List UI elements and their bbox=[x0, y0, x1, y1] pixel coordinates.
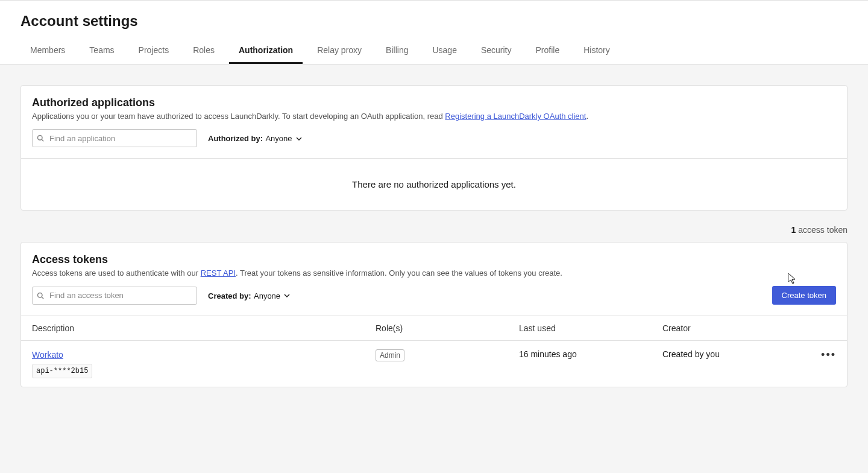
column-creator: Creator bbox=[662, 323, 812, 333]
tab-profile[interactable]: Profile bbox=[526, 38, 570, 64]
tokens-table-head: Description Role(s) Last used Creator bbox=[21, 316, 847, 341]
token-name-link[interactable]: Workato bbox=[32, 350, 63, 360]
table-row: Workato api-****2b15 Admin 16 minutes ag… bbox=[21, 341, 847, 387]
svg-line-1 bbox=[42, 139, 43, 141]
tab-security[interactable]: Security bbox=[471, 38, 521, 64]
svg-point-0 bbox=[38, 136, 43, 141]
column-description: Description bbox=[32, 323, 376, 333]
page-title: Account settings bbox=[0, 1, 868, 38]
authorized-apps-empty: There are no authorized applications yet… bbox=[21, 158, 847, 210]
access-tokens-desc: Access tokens are used to authenticate w… bbox=[32, 268, 836, 278]
tokens-desc-suffix: . Treat your tokens as sensitive informa… bbox=[236, 268, 562, 278]
page-header: Account settings Members Teams Projects … bbox=[0, 0, 868, 65]
authorized-apps-desc-prefix: Applications you or your team have autho… bbox=[32, 112, 445, 121]
cell-description: Workato api-****2b15 bbox=[32, 349, 376, 378]
cell-creator: Created by you bbox=[662, 349, 812, 359]
cell-roles: Admin bbox=[376, 349, 519, 361]
tokens-table: Description Role(s) Last used Creator Wo… bbox=[21, 316, 847, 387]
created-by-value: Anyone bbox=[254, 291, 290, 300]
authorized-apps-desc: Applications you or your team have autho… bbox=[32, 112, 836, 121]
authorized-by-filter[interactable]: Authorized by: Anyone bbox=[208, 133, 302, 144]
tab-relay-proxy[interactable]: Relay proxy bbox=[307, 38, 371, 64]
oauth-client-link[interactable]: Registering a LaunchDarkly OAuth client bbox=[445, 112, 586, 121]
token-count-line: 1 access token bbox=[20, 225, 848, 235]
cell-last-used: 16 minutes ago bbox=[519, 349, 662, 359]
tab-billing[interactable]: Billing bbox=[376, 38, 418, 64]
token-count-label: access token bbox=[796, 225, 848, 235]
cell-actions: ••• bbox=[812, 349, 836, 361]
create-token-button[interactable]: Create token bbox=[772, 286, 836, 305]
tab-history[interactable]: History bbox=[574, 38, 620, 64]
svg-line-3 bbox=[42, 297, 43, 299]
created-by-value-text: Anyone bbox=[254, 291, 280, 300]
column-actions bbox=[812, 323, 836, 333]
column-last-used: Last used bbox=[519, 323, 662, 333]
tab-members[interactable]: Members bbox=[20, 38, 75, 64]
tab-teams[interactable]: Teams bbox=[80, 38, 124, 64]
more-actions-icon[interactable]: ••• bbox=[821, 349, 836, 361]
created-by-label: Created by: bbox=[208, 291, 251, 300]
token-id-badge: api-****2b15 bbox=[32, 364, 92, 378]
tab-projects[interactable]: Projects bbox=[129, 38, 179, 64]
token-search-input[interactable] bbox=[32, 287, 197, 305]
authorized-apps-card: Authorized applications Applications you… bbox=[20, 85, 848, 211]
rest-api-link[interactable]: REST API bbox=[201, 268, 236, 278]
app-search-wrap bbox=[32, 129, 197, 147]
tokens-desc-prefix: Access tokens are used to authenticate w… bbox=[32, 268, 201, 278]
token-search-wrap bbox=[32, 287, 197, 305]
authorized-apps-controls: Authorized by: Anyone bbox=[32, 129, 836, 147]
created-by-filter[interactable]: Created by: Anyone bbox=[208, 290, 290, 301]
search-icon bbox=[37, 135, 44, 142]
svg-point-2 bbox=[38, 293, 43, 297]
chevron-down-icon bbox=[296, 136, 302, 142]
access-tokens-title: Access tokens bbox=[32, 253, 836, 266]
authorized-by-value: Anyone bbox=[265, 134, 301, 143]
access-tokens-card: Access tokens Access tokens are used to … bbox=[20, 242, 848, 387]
tab-roles[interactable]: Roles bbox=[183, 38, 224, 64]
nav-tabs: Members Teams Projects Roles Authorizati… bbox=[0, 38, 868, 64]
authorized-apps-desc-suffix: . bbox=[586, 112, 588, 121]
search-icon bbox=[37, 292, 44, 299]
column-roles: Role(s) bbox=[376, 323, 519, 333]
tab-authorization[interactable]: Authorization bbox=[229, 38, 303, 64]
tab-usage[interactable]: Usage bbox=[423, 38, 466, 64]
app-search-input[interactable] bbox=[32, 129, 197, 147]
access-tokens-header: Access tokens Access tokens are used to … bbox=[21, 243, 847, 316]
authorized-by-label: Authorized by: bbox=[208, 134, 263, 143]
chevron-down-icon bbox=[284, 293, 290, 299]
tokens-controls-left: Created by: Anyone bbox=[32, 287, 290, 305]
main-content: Authorized applications Applications you… bbox=[0, 65, 868, 422]
tokens-controls: Created by: Anyone Create token bbox=[32, 286, 836, 305]
authorized-apps-header: Authorized applications Applications you… bbox=[21, 86, 847, 158]
authorized-apps-title: Authorized applications bbox=[32, 97, 836, 109]
authorized-by-value-text: Anyone bbox=[265, 134, 292, 143]
role-badge: Admin bbox=[376, 349, 404, 361]
